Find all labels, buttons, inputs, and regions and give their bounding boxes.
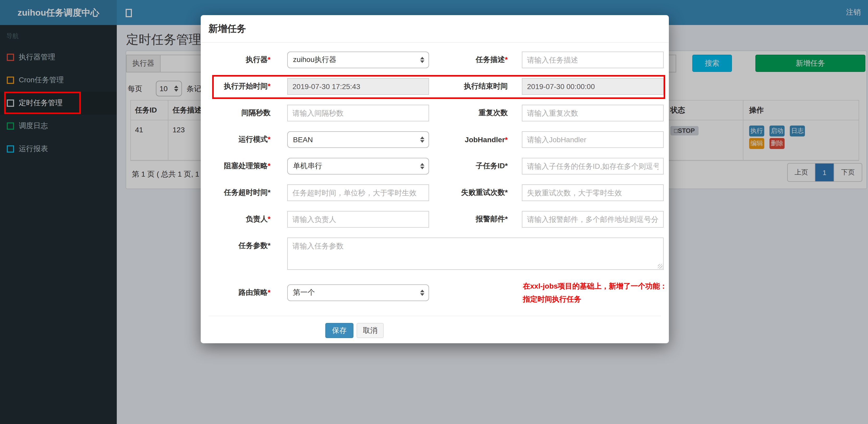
owner-input[interactable]	[287, 211, 429, 228]
jobhandler-input[interactable]	[522, 131, 664, 148]
feature-note-line2: 指定时间执行任务	[523, 293, 667, 306]
modal-header: 新增任务	[201, 15, 669, 43]
modal-footer: 保存 取消	[201, 316, 669, 338]
route-strategy-select-value: 第一个	[293, 288, 420, 297]
owner-label: 负责人*	[201, 215, 271, 224]
fail-retry-count-input[interactable]	[522, 185, 664, 201]
alarm-email-label: 报警邮件*	[429, 215, 508, 224]
select-arrows-icon	[420, 136, 424, 143]
timeout-label: 任务超时时间*	[201, 188, 271, 197]
resize-grip-icon[interactable]	[658, 264, 662, 269]
app-root: zuihou任务调度中心 注销 导航 执行器管理 Cron任务管理 定时任务管理…	[0, 0, 868, 424]
repeat-count-label: 重复次数	[429, 108, 508, 118]
run-mode-label: 运行模式*	[201, 135, 271, 144]
select-arrows-icon	[420, 163, 424, 169]
run-mode-select-value: BEAN	[293, 135, 420, 144]
route-strategy-label: 路由策略*	[201, 288, 271, 297]
fail-retry-count-label: 失败重试次数*	[429, 188, 508, 197]
executor-select[interactable]: zuihou执行器	[287, 52, 429, 68]
interval-seconds-label: 间隔秒数	[201, 108, 271, 118]
cancel-button[interactable]: 取消	[356, 323, 384, 338]
add-task-modal: 新增任务 执行器* zuihou执行器 任务描述* 执行开始时间*	[201, 15, 669, 343]
feature-note-line1: 在xxl-jobs项目的基础上，新增了一个功能：	[523, 280, 667, 293]
run-mode-select[interactable]: BEAN	[287, 131, 429, 148]
jobhandler-label: JobHandler*	[429, 135, 508, 144]
select-arrows-icon	[420, 57, 424, 63]
alarm-email-input[interactable]	[522, 211, 664, 228]
job-params-label: 任务参数*	[201, 237, 271, 251]
child-job-id-label: 子任务ID*	[429, 161, 508, 171]
job-desc-label: 任务描述*	[429, 55, 508, 65]
block-strategy-label: 阻塞处理策略*	[201, 161, 271, 171]
job-params-placeholder: 请输入任务参数	[292, 242, 344, 250]
executor-label: 执行器*	[201, 55, 271, 65]
job-desc-input[interactable]	[522, 52, 664, 68]
job-params-textarea[interactable]: 请输入任务参数	[287, 237, 664, 270]
annotation-box-sidebar	[4, 92, 81, 114]
child-job-id-input[interactable]	[522, 158, 664, 174]
annotation-box-time-row	[212, 75, 665, 99]
executor-select-value: zuihou执行器	[293, 55, 420, 65]
select-arrows-icon	[420, 290, 424, 296]
interval-seconds-input[interactable]	[287, 105, 429, 121]
modal-title: 新增任务	[209, 23, 246, 35]
route-strategy-select[interactable]: 第一个	[287, 284, 429, 301]
feature-note: 在xxl-jobs项目的基础上，新增了一个功能： 指定时间执行任务	[523, 280, 667, 306]
save-button[interactable]: 保存	[325, 323, 353, 338]
block-strategy-select-value: 单机串行	[293, 161, 420, 171]
repeat-count-input[interactable]	[522, 105, 664, 121]
timeout-input[interactable]	[287, 185, 429, 201]
block-strategy-select[interactable]: 单机串行	[287, 158, 429, 174]
